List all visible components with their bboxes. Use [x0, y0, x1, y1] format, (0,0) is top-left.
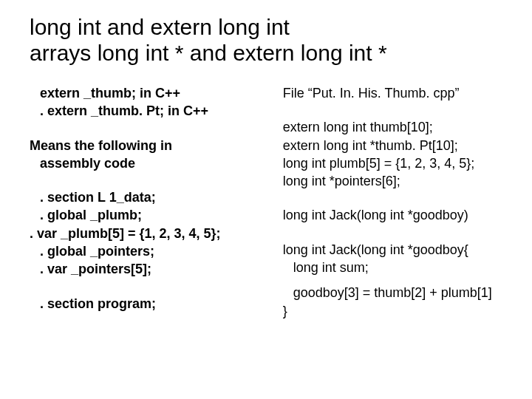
right-block-func-body: goodboy[3] = thumb[2] + plumb[1] } [283, 284, 510, 320]
right-block-func-open: long int Jack(long int *goodboy{ long in… [283, 241, 510, 277]
text-line: . section L 1_data; [30, 188, 268, 206]
right-block-proto: long int Jack(long int *goodboy) [283, 206, 510, 224]
right-block-file: File “Put. In. His. Thumb. cpp” [283, 84, 510, 102]
text-line: long int Jack(long int *goodboy) [283, 206, 510, 224]
left-column: extern _thumb; in C++ . extern _thumb. P… [30, 84, 268, 336]
left-block-means: Means the following in assembly code [30, 137, 268, 173]
text-line: . extern _thumb. Pt; in C++ [30, 102, 268, 120]
text-line: assembly code [30, 154, 268, 172]
title-line-2: arrays long int * and extern long int * [30, 41, 387, 65]
text-line: long int plumb[5] = {1, 2, 3, 4, 5}; [283, 154, 510, 172]
title-line-1: long int and extern long int [30, 15, 290, 39]
text-line: long int sum; [283, 259, 510, 276]
text-line: . var _pointers[5]; [30, 260, 268, 278]
right-column: File “Put. In. His. Thumb. cpp” extern l… [283, 84, 510, 336]
text-line: . global _pointers; [30, 242, 268, 260]
left-block-section-program: . section program; [30, 295, 268, 313]
text-line: extern long int thumb[10]; [283, 118, 510, 136]
slide-title: long int and extern long int arrays long… [30, 15, 510, 66]
text-line: extern _thumb; in C++ [30, 84, 268, 102]
left-block-section-data: . section L 1_data; . global _plumb; . v… [30, 188, 268, 278]
left-block-extern: extern _thumb; in C++ . extern _thumb. P… [30, 84, 268, 120]
slide: long int and extern long int arrays long… [0, 0, 532, 399]
text-line: goodboy[3] = thumb[2] + plumb[1] [283, 284, 510, 301]
text-line: Means the following in [30, 137, 268, 154]
columns: extern _thumb; in C++ . extern _thumb. P… [30, 84, 510, 336]
text-line: . global _plumb; [30, 206, 268, 224]
text-line: long int Jack(long int *goodboy{ [283, 241, 510, 259]
text-line: File “Put. In. His. Thumb. cpp” [283, 84, 510, 102]
right-block-decls: extern long int thumb[10]; extern long i… [283, 118, 510, 190]
text-line: . section program; [30, 295, 268, 313]
text-line: extern long int *thumb. Pt[10]; [283, 137, 510, 154]
text-line: . var _plumb[5] = {1, 2, 3, 4, 5}; [30, 225, 268, 242]
text-line: } [283, 302, 510, 320]
text-line: long int *pointers[6]; [283, 172, 510, 190]
